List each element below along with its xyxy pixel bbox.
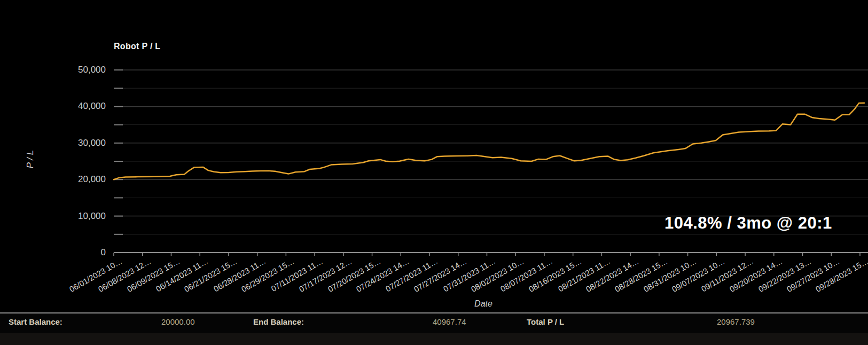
end-balance-label: End Balance: (253, 317, 304, 326)
total-pl-value: 20967.739 (717, 317, 755, 326)
y-axis-title: P / L (25, 150, 36, 168)
summary-footer: Start Balance: 20000.00 End Balance: 409… (0, 312, 868, 333)
y-tick-label: 20,000 (58, 174, 106, 185)
x-axis-title: Date (441, 299, 526, 309)
performance-annotation: 104.8% / 3mo @ 20:1 (664, 214, 832, 233)
y-tick-label: 0 (58, 247, 106, 258)
robot-pl-chart-window: Robot P / L P / L 010,00020,00030,00040,… (0, 0, 868, 345)
total-pl-label: Total P / L (527, 317, 564, 326)
end-balance-value: 40967.74 (433, 317, 466, 326)
pl-line-series (114, 103, 864, 179)
y-tick-label: 30,000 (58, 138, 106, 148)
start-balance-value: 20000.00 (161, 317, 195, 326)
y-tick-label: 40,000 (58, 101, 106, 112)
y-tick-label: 50,000 (58, 65, 106, 75)
bottom-strip (0, 333, 868, 345)
start-balance-label: Start Balance: (9, 317, 62, 326)
chart-title: Robot P / L (114, 42, 160, 51)
y-tick-label: 10,000 (58, 211, 106, 222)
